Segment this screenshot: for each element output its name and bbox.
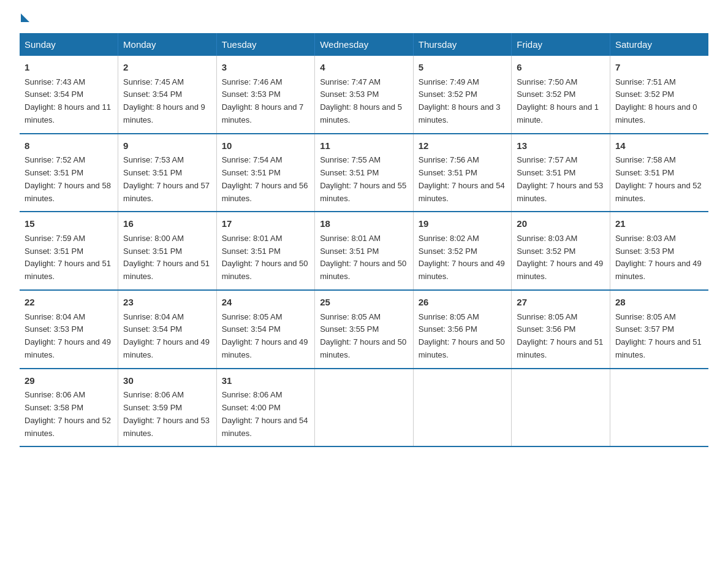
day-info: Sunrise: 7:45 AMSunset: 3:54 PMDaylight:… [123, 77, 205, 124]
day-number: 2 [123, 61, 211, 75]
day-info: Sunrise: 8:01 AMSunset: 3:51 PMDaylight:… [320, 234, 406, 281]
calendar-cell: 17 Sunrise: 8:01 AMSunset: 3:51 PMDaylig… [216, 212, 315, 290]
calendar-cell: 18 Sunrise: 8:01 AMSunset: 3:51 PMDaylig… [315, 212, 414, 290]
header-tuesday: Tuesday [216, 33, 315, 56]
week-row-3: 15 Sunrise: 7:59 AMSunset: 3:51 PMDaylig… [20, 212, 708, 290]
week-row-1: 1 Sunrise: 7:43 AMSunset: 3:54 PMDayligh… [20, 56, 708, 134]
calendar-cell: 19 Sunrise: 8:02 AMSunset: 3:52 PMDaylig… [413, 212, 512, 290]
day-number: 21 [615, 217, 703, 231]
day-info: Sunrise: 7:57 AMSunset: 3:51 PMDaylight:… [517, 155, 603, 202]
day-info: Sunrise: 7:53 AMSunset: 3:51 PMDaylight:… [123, 155, 210, 202]
calendar-cell: 5 Sunrise: 7:49 AMSunset: 3:52 PMDayligh… [413, 56, 512, 134]
header [20, 15, 708, 21]
calendar-cell [315, 369, 414, 447]
day-info: Sunrise: 8:04 AMSunset: 3:53 PMDaylight:… [25, 312, 111, 359]
calendar-cell: 11 Sunrise: 7:55 AMSunset: 3:51 PMDaylig… [315, 134, 414, 212]
header-wednesday: Wednesday [315, 33, 414, 56]
day-number: 18 [320, 217, 408, 231]
day-info: Sunrise: 8:03 AMSunset: 3:53 PMDaylight:… [615, 234, 702, 281]
day-info: Sunrise: 8:05 AMSunset: 3:56 PMDaylight:… [517, 312, 603, 359]
calendar-cell: 4 Sunrise: 7:47 AMSunset: 3:53 PMDayligh… [315, 56, 414, 134]
days-of-week-row: SundayMondayTuesdayWednesdayThursdayFrid… [20, 33, 708, 56]
week-row-4: 22 Sunrise: 8:04 AMSunset: 3:53 PMDaylig… [20, 290, 708, 369]
calendar-cell: 22 Sunrise: 8:04 AMSunset: 3:53 PMDaylig… [20, 290, 118, 369]
calendar-cell: 12 Sunrise: 7:56 AMSunset: 3:51 PMDaylig… [413, 134, 512, 212]
day-number: 19 [419, 217, 507, 231]
calendar-cell: 26 Sunrise: 8:05 AMSunset: 3:56 PMDaylig… [413, 290, 512, 369]
day-info: Sunrise: 7:51 AMSunset: 3:52 PMDaylight:… [615, 77, 697, 124]
day-info: Sunrise: 8:05 AMSunset: 3:57 PMDaylight:… [615, 312, 702, 359]
day-number: 24 [222, 296, 310, 310]
calendar-cell: 6 Sunrise: 7:50 AMSunset: 3:52 PMDayligh… [512, 56, 610, 134]
calendar-cell: 29 Sunrise: 8:06 AMSunset: 3:58 PMDaylig… [20, 369, 118, 447]
day-number: 25 [320, 296, 408, 310]
day-number: 9 [123, 139, 211, 153]
day-number: 12 [419, 139, 507, 153]
week-row-2: 8 Sunrise: 7:52 AMSunset: 3:51 PMDayligh… [20, 134, 708, 212]
calendar-cell: 3 Sunrise: 7:46 AMSunset: 3:53 PMDayligh… [216, 56, 315, 134]
day-info: Sunrise: 7:52 AMSunset: 3:51 PMDaylight:… [25, 155, 111, 202]
day-number: 23 [123, 296, 211, 310]
calendar-table: SundayMondayTuesdayWednesdayThursdayFrid… [20, 33, 708, 447]
header-saturday: Saturday [610, 33, 708, 56]
calendar-cell [413, 369, 512, 447]
day-number: 28 [615, 296, 703, 310]
calendar-body: 1 Sunrise: 7:43 AMSunset: 3:54 PMDayligh… [20, 56, 708, 446]
calendar-cell [512, 369, 610, 447]
calendar-cell: 2 Sunrise: 7:45 AMSunset: 3:54 PMDayligh… [118, 56, 217, 134]
day-number: 4 [320, 61, 408, 75]
calendar-cell: 13 Sunrise: 7:57 AMSunset: 3:51 PMDaylig… [512, 134, 610, 212]
calendar-cell: 7 Sunrise: 7:51 AMSunset: 3:52 PMDayligh… [610, 56, 708, 134]
day-info: Sunrise: 8:03 AMSunset: 3:52 PMDaylight:… [517, 234, 603, 281]
day-info: Sunrise: 8:02 AMSunset: 3:52 PMDaylight:… [419, 234, 505, 281]
header-thursday: Thursday [413, 33, 512, 56]
day-number: 15 [25, 217, 113, 231]
day-info: Sunrise: 8:00 AMSunset: 3:51 PMDaylight:… [123, 234, 210, 281]
day-info: Sunrise: 7:46 AMSunset: 3:53 PMDaylight:… [222, 77, 304, 124]
calendar-cell: 28 Sunrise: 8:05 AMSunset: 3:57 PMDaylig… [610, 290, 708, 369]
calendar-cell: 30 Sunrise: 8:06 AMSunset: 3:59 PMDaylig… [118, 369, 217, 447]
week-row-5: 29 Sunrise: 8:06 AMSunset: 3:58 PMDaylig… [20, 369, 708, 447]
day-info: Sunrise: 8:05 AMSunset: 3:54 PMDaylight:… [222, 312, 308, 359]
day-info: Sunrise: 8:06 AMSunset: 4:00 PMDaylight:… [222, 390, 308, 437]
calendar-cell [610, 369, 708, 447]
day-info: Sunrise: 8:04 AMSunset: 3:54 PMDaylight:… [123, 312, 210, 359]
day-number: 27 [517, 296, 605, 310]
logo [20, 15, 31, 23]
day-number: 3 [222, 61, 310, 75]
day-number: 7 [615, 61, 703, 75]
day-number: 5 [419, 61, 507, 75]
day-number: 11 [320, 139, 408, 153]
day-number: 20 [517, 217, 605, 231]
day-info: Sunrise: 8:05 AMSunset: 3:56 PMDaylight:… [419, 312, 505, 359]
day-number: 10 [222, 139, 310, 153]
day-number: 16 [123, 217, 211, 231]
day-number: 29 [25, 374, 113, 388]
day-number: 30 [123, 374, 211, 388]
day-info: Sunrise: 7:47 AMSunset: 3:53 PMDaylight:… [320, 77, 402, 124]
day-number: 8 [25, 139, 113, 153]
day-info: Sunrise: 8:06 AMSunset: 3:58 PMDaylight:… [25, 390, 111, 437]
day-number: 13 [517, 139, 605, 153]
day-info: Sunrise: 7:43 AMSunset: 3:54 PMDaylight:… [25, 77, 111, 124]
day-info: Sunrise: 8:06 AMSunset: 3:59 PMDaylight:… [123, 390, 210, 437]
day-info: Sunrise: 7:50 AMSunset: 3:52 PMDaylight:… [517, 77, 599, 124]
calendar-cell: 14 Sunrise: 7:58 AMSunset: 3:51 PMDaylig… [610, 134, 708, 212]
logo-arrow-icon [21, 13, 29, 22]
day-info: Sunrise: 7:55 AMSunset: 3:51 PMDaylight:… [320, 155, 406, 202]
day-number: 26 [419, 296, 507, 310]
day-info: Sunrise: 8:01 AMSunset: 3:51 PMDaylight:… [222, 234, 308, 281]
day-info: Sunrise: 7:56 AMSunset: 3:51 PMDaylight:… [419, 155, 505, 202]
calendar-cell: 8 Sunrise: 7:52 AMSunset: 3:51 PMDayligh… [20, 134, 118, 212]
calendar-cell: 9 Sunrise: 7:53 AMSunset: 3:51 PMDayligh… [118, 134, 217, 212]
calendar-cell: 16 Sunrise: 8:00 AMSunset: 3:51 PMDaylig… [118, 212, 217, 290]
day-number: 6 [517, 61, 605, 75]
calendar-cell: 25 Sunrise: 8:05 AMSunset: 3:55 PMDaylig… [315, 290, 414, 369]
calendar-cell: 20 Sunrise: 8:03 AMSunset: 3:52 PMDaylig… [512, 212, 610, 290]
calendar-cell: 24 Sunrise: 8:05 AMSunset: 3:54 PMDaylig… [216, 290, 315, 369]
header-sunday: Sunday [20, 33, 118, 56]
day-number: 22 [25, 296, 113, 310]
header-friday: Friday [512, 33, 610, 56]
calendar-cell: 31 Sunrise: 8:06 AMSunset: 4:00 PMDaylig… [216, 369, 315, 447]
calendar-cell: 21 Sunrise: 8:03 AMSunset: 3:53 PMDaylig… [610, 212, 708, 290]
